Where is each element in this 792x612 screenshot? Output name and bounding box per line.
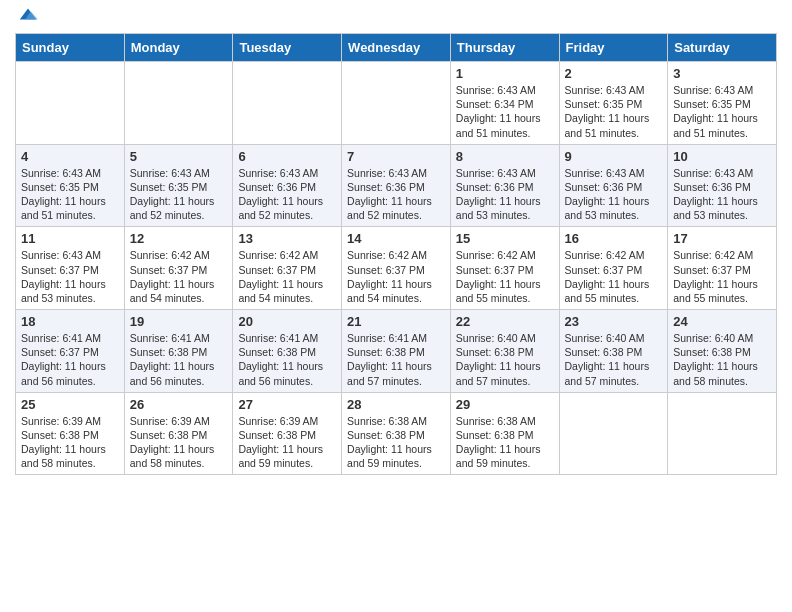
col-header-wednesday: Wednesday [342,34,451,62]
day-number: 21 [347,314,445,329]
calendar-cell: 2Sunrise: 6:43 AMSunset: 6:35 PMDaylight… [559,62,668,145]
calendar-cell: 22Sunrise: 6:40 AMSunset: 6:38 PMDayligh… [450,310,559,393]
calendar-table: SundayMondayTuesdayWednesdayThursdayFrid… [15,33,777,475]
calendar-cell: 29Sunrise: 6:38 AMSunset: 6:38 PMDayligh… [450,392,559,475]
day-info: Sunrise: 6:41 AMSunset: 6:38 PMDaylight:… [130,331,228,388]
calendar-cell: 3Sunrise: 6:43 AMSunset: 6:35 PMDaylight… [668,62,777,145]
week-row-2: 11Sunrise: 6:43 AMSunset: 6:37 PMDayligh… [16,227,777,310]
day-number: 1 [456,66,554,81]
day-number: 25 [21,397,119,412]
days-header-row: SundayMondayTuesdayWednesdayThursdayFrid… [16,34,777,62]
day-info: Sunrise: 6:43 AMSunset: 6:35 PMDaylight:… [21,166,119,223]
calendar-cell: 16Sunrise: 6:42 AMSunset: 6:37 PMDayligh… [559,227,668,310]
calendar-cell: 5Sunrise: 6:43 AMSunset: 6:35 PMDaylight… [124,144,233,227]
calendar-cell: 8Sunrise: 6:43 AMSunset: 6:36 PMDaylight… [450,144,559,227]
week-row-3: 18Sunrise: 6:41 AMSunset: 6:37 PMDayligh… [16,310,777,393]
calendar-cell [16,62,125,145]
day-number: 28 [347,397,445,412]
logo-text [15,15,39,25]
logo [15,15,39,25]
day-info: Sunrise: 6:39 AMSunset: 6:38 PMDaylight:… [238,414,336,471]
col-header-thursday: Thursday [450,34,559,62]
col-header-sunday: Sunday [16,34,125,62]
day-info: Sunrise: 6:43 AMSunset: 6:36 PMDaylight:… [456,166,554,223]
day-number: 15 [456,231,554,246]
week-row-4: 25Sunrise: 6:39 AMSunset: 6:38 PMDayligh… [16,392,777,475]
day-number: 26 [130,397,228,412]
calendar-cell: 11Sunrise: 6:43 AMSunset: 6:37 PMDayligh… [16,227,125,310]
day-number: 14 [347,231,445,246]
day-number: 22 [456,314,554,329]
calendar-cell [342,62,451,145]
day-info: Sunrise: 6:43 AMSunset: 6:36 PMDaylight:… [565,166,663,223]
day-number: 23 [565,314,663,329]
calendar-cell: 9Sunrise: 6:43 AMSunset: 6:36 PMDaylight… [559,144,668,227]
calendar-cell: 27Sunrise: 6:39 AMSunset: 6:38 PMDayligh… [233,392,342,475]
day-info: Sunrise: 6:43 AMSunset: 6:36 PMDaylight:… [673,166,771,223]
day-info: Sunrise: 6:40 AMSunset: 6:38 PMDaylight:… [565,331,663,388]
day-info: Sunrise: 6:41 AMSunset: 6:38 PMDaylight:… [347,331,445,388]
calendar-cell: 4Sunrise: 6:43 AMSunset: 6:35 PMDaylight… [16,144,125,227]
week-row-0: 1Sunrise: 6:43 AMSunset: 6:34 PMDaylight… [16,62,777,145]
day-info: Sunrise: 6:40 AMSunset: 6:38 PMDaylight:… [456,331,554,388]
day-number: 12 [130,231,228,246]
day-number: 2 [565,66,663,81]
calendar-cell: 10Sunrise: 6:43 AMSunset: 6:36 PMDayligh… [668,144,777,227]
calendar-cell: 12Sunrise: 6:42 AMSunset: 6:37 PMDayligh… [124,227,233,310]
calendar-cell: 24Sunrise: 6:40 AMSunset: 6:38 PMDayligh… [668,310,777,393]
week-row-1: 4Sunrise: 6:43 AMSunset: 6:35 PMDaylight… [16,144,777,227]
day-number: 4 [21,149,119,164]
page-header [15,10,777,25]
day-info: Sunrise: 6:41 AMSunset: 6:37 PMDaylight:… [21,331,119,388]
day-number: 9 [565,149,663,164]
day-info: Sunrise: 6:42 AMSunset: 6:37 PMDaylight:… [238,248,336,305]
calendar-cell [233,62,342,145]
calendar-cell: 13Sunrise: 6:42 AMSunset: 6:37 PMDayligh… [233,227,342,310]
day-info: Sunrise: 6:42 AMSunset: 6:37 PMDaylight:… [130,248,228,305]
day-number: 7 [347,149,445,164]
day-info: Sunrise: 6:43 AMSunset: 6:34 PMDaylight:… [456,83,554,140]
calendar-cell: 6Sunrise: 6:43 AMSunset: 6:36 PMDaylight… [233,144,342,227]
calendar-cell: 17Sunrise: 6:42 AMSunset: 6:37 PMDayligh… [668,227,777,310]
day-info: Sunrise: 6:43 AMSunset: 6:36 PMDaylight:… [347,166,445,223]
calendar-cell [559,392,668,475]
calendar-cell [124,62,233,145]
day-info: Sunrise: 6:41 AMSunset: 6:38 PMDaylight:… [238,331,336,388]
day-number: 16 [565,231,663,246]
day-info: Sunrise: 6:42 AMSunset: 6:37 PMDaylight:… [347,248,445,305]
day-number: 29 [456,397,554,412]
calendar-cell: 1Sunrise: 6:43 AMSunset: 6:34 PMDaylight… [450,62,559,145]
calendar-cell: 23Sunrise: 6:40 AMSunset: 6:38 PMDayligh… [559,310,668,393]
col-header-friday: Friday [559,34,668,62]
day-info: Sunrise: 6:39 AMSunset: 6:38 PMDaylight:… [130,414,228,471]
col-header-saturday: Saturday [668,34,777,62]
day-info: Sunrise: 6:43 AMSunset: 6:35 PMDaylight:… [130,166,228,223]
day-info: Sunrise: 6:43 AMSunset: 6:35 PMDaylight:… [673,83,771,140]
calendar-cell: 19Sunrise: 6:41 AMSunset: 6:38 PMDayligh… [124,310,233,393]
logo-icon [17,3,39,25]
day-info: Sunrise: 6:43 AMSunset: 6:36 PMDaylight:… [238,166,336,223]
col-header-monday: Monday [124,34,233,62]
calendar-cell: 7Sunrise: 6:43 AMSunset: 6:36 PMDaylight… [342,144,451,227]
day-info: Sunrise: 6:42 AMSunset: 6:37 PMDaylight:… [456,248,554,305]
day-number: 13 [238,231,336,246]
day-info: Sunrise: 6:39 AMSunset: 6:38 PMDaylight:… [21,414,119,471]
calendar-cell: 15Sunrise: 6:42 AMSunset: 6:37 PMDayligh… [450,227,559,310]
calendar-cell: 26Sunrise: 6:39 AMSunset: 6:38 PMDayligh… [124,392,233,475]
day-info: Sunrise: 6:38 AMSunset: 6:38 PMDaylight:… [456,414,554,471]
day-number: 5 [130,149,228,164]
day-number: 17 [673,231,771,246]
day-number: 20 [238,314,336,329]
day-info: Sunrise: 6:42 AMSunset: 6:37 PMDaylight:… [565,248,663,305]
day-number: 3 [673,66,771,81]
calendar-cell: 21Sunrise: 6:41 AMSunset: 6:38 PMDayligh… [342,310,451,393]
day-number: 8 [456,149,554,164]
day-number: 19 [130,314,228,329]
calendar-cell: 14Sunrise: 6:42 AMSunset: 6:37 PMDayligh… [342,227,451,310]
col-header-tuesday: Tuesday [233,34,342,62]
calendar-page: SundayMondayTuesdayWednesdayThursdayFrid… [0,0,792,490]
calendar-cell [668,392,777,475]
day-info: Sunrise: 6:38 AMSunset: 6:38 PMDaylight:… [347,414,445,471]
calendar-cell: 25Sunrise: 6:39 AMSunset: 6:38 PMDayligh… [16,392,125,475]
day-number: 10 [673,149,771,164]
